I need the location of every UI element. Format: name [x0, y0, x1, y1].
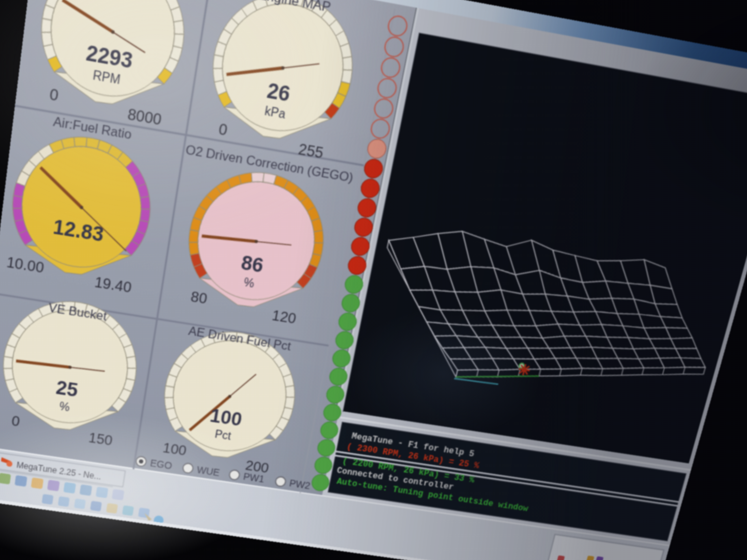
svg-text:86: 86 — [240, 252, 265, 277]
svg-text:25: 25 — [55, 377, 79, 401]
svg-text:150: 150 — [88, 430, 114, 448]
svg-text:%: % — [58, 399, 70, 413]
svg-text:Pct: Pct — [214, 427, 232, 442]
svg-text:100: 100 — [162, 440, 187, 459]
svg-text:26: 26 — [265, 78, 292, 106]
svg-text:80: 80 — [190, 288, 208, 307]
